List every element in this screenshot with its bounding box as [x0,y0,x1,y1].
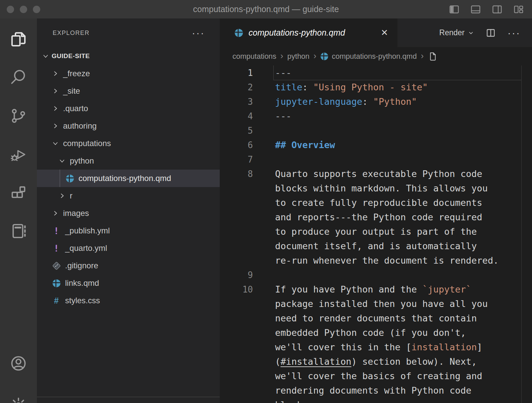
breadcrumb-label: computations-python.qmd [332,52,417,61]
line-content: blocks within markdown. This allows you [274,181,521,195]
breadcrumb-label: computations [232,52,276,61]
code-line[interactable]: 5 [220,123,532,138]
code-line[interactable]: re-run whenever the document is rendered… [220,253,532,268]
code-line[interactable]: to create fully reproducible documents [220,195,532,210]
code-line[interactable]: 6## Overview [220,138,532,152]
code-line[interactable]: rendering documents with Python code [220,383,532,398]
tree-item-label: computations-python.qmd [78,174,171,183]
tree-item-links-qmd[interactable]: links.qmd [37,274,220,292]
code-line[interactable]: 10If you have Python and the `jupyter` [220,282,532,297]
quarto-file-icon [320,52,328,60]
line-number: 2 [220,82,253,92]
activity-search-icon[interactable] [8,67,29,87]
activity-source-control-icon[interactable] [8,106,29,126]
maximize-window-button[interactable] [33,6,40,13]
editor-more-actions-icon[interactable]: ··· [508,31,521,35]
tree-item-python[interactable]: python [37,152,220,170]
line-content [274,123,521,138]
line-number: 4 [220,111,253,121]
tree-item--freeze[interactable]: _freeze [37,65,220,82]
activity-account-icon[interactable] [8,353,29,373]
explorer-more-actions-icon[interactable]: ··· [192,31,205,35]
split-editor-icon[interactable] [485,28,496,38]
quarto-file-icon [52,279,61,287]
code-line[interactable]: package installed then you have all you [220,297,532,311]
tree-item--quarto[interactable]: .quarto [37,100,220,117]
activity-notebook-icon[interactable] [8,221,29,241]
line-number: 7 [220,154,253,165]
vscode-window: computations-python.qmd — guide-site EXP… [0,0,532,403]
line-number: 9 [220,270,253,280]
file-icon [428,51,438,61]
tree-item--gitignore[interactable]: .gitignore [37,257,220,274]
code-line[interactable]: 7 [220,152,532,167]
code-line[interactable]: need to render documents that contain [220,311,532,325]
toggle-secondary-sidebar-icon[interactable] [491,3,503,15]
code-line[interactable]: (#installation) section below). Next, [220,354,532,369]
close-tab-icon[interactable]: ✕ [381,28,388,38]
code-line[interactable]: we'll cover this in the [installation] [220,340,532,354]
code-line[interactable]: embedded Python code (if you don't, [220,325,532,340]
tree-item-label: styles.css [65,296,100,305]
quarto-file-icon [234,29,243,37]
line-number: 8 [220,169,253,179]
customize-layout-icon[interactable] [513,3,525,15]
activity-run-debug-icon[interactable] [8,144,29,165]
line-number: 6 [220,140,253,150]
workspace-section-header[interactable]: GUIDE-SITE [37,47,220,65]
activity-files-icon[interactable] [8,29,29,49]
breadcrumb-item[interactable]: python [287,52,310,61]
code-line[interactable]: 1--- [220,65,532,80]
code-editor[interactable]: 1---2title: "Using Python - site"3jupyte… [220,65,532,403]
line-content: document itself, and is automatically [274,239,521,253]
explorer-title: EXPLORER [53,30,90,37]
code-line[interactable]: to produce your output is part of the [220,224,532,239]
chevron-down-icon [59,158,65,164]
line-content: we'll cover the basics of creating and [274,369,521,383]
chevron-right-icon [52,88,59,94]
code-line[interactable]: 9 [220,268,532,282]
yaml-file-icon: ! [52,244,61,253]
tab-computations-python[interactable]: computations-python.qmd ✕ [220,18,397,47]
chevron-right-icon [52,123,59,129]
code-line[interactable]: 2title: "Using Python - site" [220,80,532,94]
tree-item--quarto-yml[interactable]: !_quarto.yml [37,239,220,257]
code-line[interactable]: blocks. [220,398,532,403]
tree-item--site[interactable]: _site [37,82,220,100]
explorer-sidebar: EXPLORER ··· GUIDE-SITE _freeze_site.qua… [37,18,220,403]
chevron-right-icon [52,70,59,77]
tree-item-label: python [70,156,94,166]
toggle-sidebar-icon[interactable] [448,3,460,15]
render-button[interactable]: Render [439,28,474,37]
line-number: 5 [220,126,253,136]
code-line[interactable]: 3jupyter-language: "Python" [220,94,532,109]
breadcrumb-item[interactable]: computations [232,52,276,61]
code-line[interactable]: blocks within markdown. This allows you [220,181,532,195]
minimize-window-button[interactable] [20,6,27,13]
css-file-icon: # [52,296,61,305]
code-line[interactable]: and reports---the Python code required [220,210,532,224]
activity-extensions-icon[interactable] [8,183,29,203]
activity-gear-icon[interactable] [8,395,29,403]
tree-item-computations-python-qmd[interactable]: computations-python.qmd [37,170,220,187]
tree-item-images[interactable]: images [37,205,220,222]
tree-item-label: authoring [63,121,97,131]
line-content [274,152,521,167]
line-content: embedded Python code (if you don't, [274,325,521,340]
tree-item-computations[interactable]: computations [37,135,220,152]
tree-item-label: _publish.yml [65,226,110,235]
chevron-right-icon [52,105,59,112]
tree-item-styles-css[interactable]: #styles.css [37,292,220,309]
tree-item-label: links.qmd [65,278,99,288]
code-line[interactable]: we'll cover the basics of creating and [220,369,532,383]
tree-item--publish-yml[interactable]: !_publish.yml [37,222,220,239]
code-line[interactable]: 4--- [220,109,532,123]
outline-section-header[interactable]: OUTLINE [37,399,220,403]
toggle-panel-icon[interactable] [470,3,482,15]
close-window-button[interactable] [7,6,14,13]
tree-item-r[interactable]: r [37,187,220,205]
breadcrumb-item[interactable]: computations-python.qmd [320,52,417,61]
code-line[interactable]: 8Quarto supports executable Python code [220,167,532,181]
code-line[interactable]: document itself, and is automatically [220,239,532,253]
tree-item-authoring[interactable]: authoring [37,117,220,135]
